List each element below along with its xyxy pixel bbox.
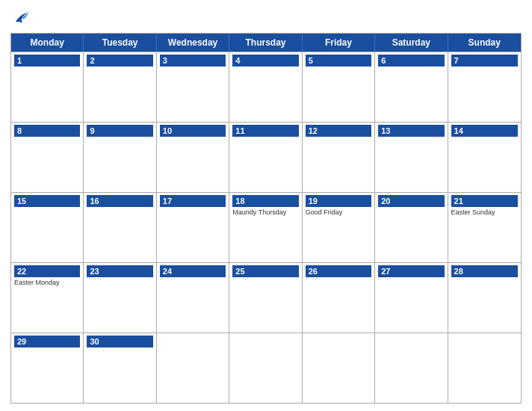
calendar-day-header: Tuesday [84, 34, 156, 52]
calendar-cell: 24 [157, 263, 229, 333]
calendar-day-header: Friday [303, 34, 375, 52]
cell-date-number: 28 [451, 265, 518, 277]
cell-date-number: 24 [160, 265, 226, 277]
cell-date-number: 27 [378, 265, 444, 277]
calendar-cell: 25 [229, 263, 302, 333]
cell-date-number: 23 [87, 265, 152, 277]
calendar-cell: 6 [375, 52, 448, 122]
cell-date-number: 26 [306, 265, 371, 277]
calendar-cell [303, 333, 375, 403]
calendar-cell: 29 [11, 333, 84, 403]
calendar-cell: 1 [11, 52, 84, 122]
logo [10, 7, 34, 28]
cell-date-number: 17 [160, 195, 226, 207]
cell-date-number: 30 [87, 336, 152, 347]
cell-date-number: 4 [232, 55, 298, 67]
calendar-cell: 11 [229, 123, 302, 192]
calendar-cell: 30 [84, 333, 156, 403]
cell-date-number: 25 [232, 265, 298, 277]
cell-date-number: 14 [451, 125, 518, 137]
calendar-cell: 5 [303, 52, 375, 122]
calendar-cell: 10 [157, 123, 229, 192]
calendar-cell: 8 [11, 123, 84, 192]
page-header [10, 7, 522, 28]
calendar-cell: 3 [157, 52, 229, 122]
cell-date-number: 8 [14, 125, 80, 137]
cell-date-number: 29 [14, 336, 80, 347]
cell-date-number: 1 [14, 55, 80, 67]
calendar-day-header: Thursday [229, 34, 302, 52]
calendar-week-1: 1234567 [11, 52, 521, 122]
calendar-cell: 20 [375, 193, 448, 262]
cell-holiday-label: Maundy Thursday [232, 208, 298, 217]
calendar-cell: 17 [157, 193, 229, 262]
cell-date-number: 2 [87, 55, 152, 67]
calendar-day-header: Saturday [375, 34, 448, 52]
cell-holiday-label: Easter Sunday [451, 208, 518, 217]
cell-date-number: 21 [451, 195, 518, 207]
calendar-cell: 22Easter Monday [11, 263, 84, 333]
cell-date-number: 3 [160, 55, 226, 67]
calendar-week-3: 15161718Maundy Thursday19Good Friday2021… [11, 192, 521, 262]
cell-date-number: 10 [160, 125, 226, 137]
cell-date-number: 7 [451, 55, 518, 67]
calendar-day-header: Sunday [448, 34, 521, 52]
calendar-cell: 28 [448, 263, 521, 333]
calendar-day-header: Wednesday [157, 34, 229, 52]
calendar-cell [448, 333, 521, 403]
calendar-cell: 18Maundy Thursday [229, 193, 302, 262]
calendar-cell: 7 [448, 52, 521, 122]
calendar-cell: 23 [84, 263, 156, 333]
cell-date-number: 15 [14, 195, 80, 207]
calendar-cell: 26 [303, 263, 375, 333]
calendar-cell: 9 [84, 123, 156, 192]
calendar-cell: 27 [375, 263, 448, 333]
calendar-week-5: 2930 [11, 333, 521, 403]
calendar-cell: 21Easter Sunday [448, 193, 521, 262]
calendar-cell: 12 [303, 123, 375, 192]
cell-date-number: 18 [232, 195, 298, 207]
calendar: MondayTuesdayWednesdayThursdayFridaySatu… [10, 33, 522, 404]
cell-date-number: 6 [378, 55, 444, 67]
cell-date-number: 20 [378, 195, 444, 207]
logo-icon [10, 7, 31, 28]
calendar-cell [375, 333, 448, 403]
cell-date-number: 16 [87, 195, 152, 207]
cell-date-number: 11 [232, 125, 298, 137]
cell-date-number: 5 [306, 55, 371, 67]
cell-date-number: 9 [87, 125, 152, 137]
calendar-cell: 15 [11, 193, 84, 262]
calendar-week-2: 891011121314 [11, 122, 521, 192]
cell-holiday-label: Easter Monday [14, 279, 80, 287]
calendar-cell: 14 [448, 123, 521, 192]
calendar-page: MondayTuesdayWednesdayThursdayFridaySatu… [0, 0, 532, 411]
calendar-cell: 13 [375, 123, 448, 192]
cell-date-number: 19 [306, 195, 371, 207]
calendar-week-4: 22Easter Monday232425262728 [11, 262, 521, 333]
calendar-header: MondayTuesdayWednesdayThursdayFridaySatu… [11, 34, 521, 52]
calendar-cell: 19Good Friday [303, 193, 375, 262]
calendar-cell [229, 333, 302, 403]
calendar-day-header: Monday [11, 34, 84, 52]
calendar-cell: 4 [229, 52, 302, 122]
cell-date-number: 13 [378, 125, 444, 137]
calendar-cell: 2 [84, 52, 156, 122]
cell-holiday-label: Good Friday [306, 208, 371, 217]
calendar-body: 123456789101112131415161718Maundy Thursd… [11, 52, 521, 403]
calendar-cell: 16 [84, 193, 156, 262]
calendar-cell [157, 333, 229, 403]
cell-date-number: 22 [14, 265, 80, 277]
cell-date-number: 12 [306, 125, 371, 137]
